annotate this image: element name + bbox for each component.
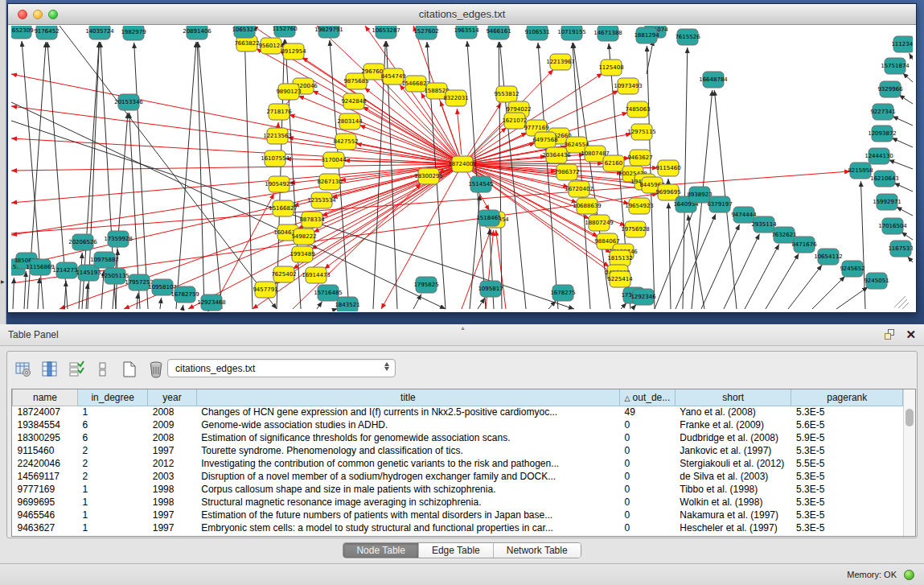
select-rows-button[interactable] xyxy=(67,360,86,379)
graph-node[interactable]: 9457791 xyxy=(253,282,277,298)
graph-node[interactable]: 11156869 xyxy=(26,259,55,275)
graph-node[interactable]: 9106531 xyxy=(524,26,549,40)
graph-node[interactable]: 9466161 xyxy=(486,26,511,39)
table-row[interactable]: 911546021997Tourette syndrome. Phenomeno… xyxy=(13,444,903,457)
graph-node[interactable]: 16720407 xyxy=(565,181,593,197)
graph-node[interactable]: 12093872 xyxy=(868,126,897,142)
graph-node[interactable]: 10653287 xyxy=(372,26,400,39)
graph-node[interactable]: 12213967 xyxy=(546,54,575,70)
graph-node[interactable]: 1125408 xyxy=(598,60,623,76)
graph-node[interactable]: 9560124 xyxy=(258,38,284,54)
graph-node[interactable]: 9242848 xyxy=(341,93,366,109)
graph-node[interactable]: 20153346 xyxy=(114,94,143,110)
graph-node[interactable]: 12444130 xyxy=(864,148,893,164)
table-selector-dropdown[interactable]: citations_edges.txt xyxy=(167,359,396,377)
graph-node[interactable]: 6497568 xyxy=(532,132,557,148)
network-view-canvas[interactable]: 1872400718300295224200469890123271817612… xyxy=(11,26,913,311)
graph-node[interactable]: 15166827 xyxy=(269,200,298,216)
column-header-title[interactable]: title xyxy=(196,389,619,406)
table-row[interactable]: 969969511998Structural magnetic resonanc… xyxy=(13,496,903,509)
graph-node[interactable]: 1112345 xyxy=(891,36,913,52)
column-header-year[interactable]: year xyxy=(148,389,197,406)
graph-node[interactable]: 15751874 xyxy=(881,58,910,74)
graph-node[interactable]: 2718176 xyxy=(266,104,292,120)
graph-node[interactable]: 9890123 xyxy=(276,84,301,100)
graph-node[interactable]: 1993489 xyxy=(290,246,314,262)
graph-node[interactable]: 14035724 xyxy=(85,26,114,39)
graph-node[interactable]: 20891406 xyxy=(183,26,211,39)
column-header-name[interactable]: name xyxy=(13,389,78,406)
graph-node[interactable]: 1292346 xyxy=(630,289,656,305)
table-scrollbar-thumb[interactable] xyxy=(906,409,914,426)
graph-node[interactable]: 12975115 xyxy=(627,124,656,140)
graph-node[interactable]: 7615526 xyxy=(675,29,700,45)
graph-node[interactable]: 7485063 xyxy=(625,101,650,117)
graph-node[interactable]: 16648784 xyxy=(699,72,728,88)
graph-node[interactable]: 1795825 xyxy=(413,277,438,293)
graph-node[interactable]: 1982979 xyxy=(121,26,146,40)
close-panel-icon[interactable]: ✕ xyxy=(906,329,916,340)
graph-node[interactable]: 19054923 xyxy=(265,176,294,192)
graph-node[interactable]: 5498222 xyxy=(291,229,316,245)
graph-node[interactable]: 8322031 xyxy=(443,90,468,106)
float-panel-icon[interactable] xyxy=(885,329,896,340)
graph-node[interactable]: 20206526 xyxy=(68,234,97,250)
graph-node[interactable]: 18300295 xyxy=(414,168,443,184)
graph-node[interactable]: 18724007 xyxy=(448,156,477,172)
graph-node[interactable]: 9474444 xyxy=(731,207,757,223)
graph-node[interactable]: 19756928 xyxy=(621,221,650,237)
graph-node[interactable]: 1518465 xyxy=(476,210,501,226)
column-header-short[interactable]: short xyxy=(675,389,791,406)
table-row[interactable]: 2242004622012Investigating the contribut… xyxy=(13,457,903,470)
column-header-out-de-[interactable]: △out_de... xyxy=(620,389,676,406)
graph-node[interactable]: 8215958 xyxy=(848,163,873,179)
panel-resize-grip[interactable]: ▲ xyxy=(460,325,466,331)
table-row[interactable]: 946554611997Estimation of the future num… xyxy=(13,509,903,521)
graph-node[interactable]: 9245652 xyxy=(840,261,864,277)
graph-node[interactable]: 8471676 xyxy=(791,237,817,253)
table-row[interactable]: 977716911998Corpus callosum shape and si… xyxy=(13,483,903,496)
graph-node[interactable]: 12923468 xyxy=(197,295,226,311)
graph-node[interactable]: 20364436 xyxy=(542,147,571,163)
graph-node[interactable]: 10719155 xyxy=(557,26,586,40)
graph-node[interactable]: 10975887 xyxy=(90,252,119,268)
graph-node[interactable]: 12353534 xyxy=(307,192,336,208)
graph-node[interactable]: 5225414 xyxy=(607,271,633,287)
table-settings-button[interactable] xyxy=(14,360,33,379)
graph-node[interactable]: 8878334 xyxy=(299,212,325,228)
graph-node[interactable]: 2803144 xyxy=(337,113,363,130)
control-panel-divider[interactable]: ▶ xyxy=(0,0,6,324)
graph-node[interactable]: 10973493 xyxy=(614,78,643,94)
graph-node[interactable]: 16782759 xyxy=(170,286,199,303)
graph-node[interactable]: 9329966 xyxy=(877,81,903,97)
graph-node[interactable]: 16107554 xyxy=(261,150,290,167)
graph-node[interactable]: 7986372 xyxy=(554,164,579,180)
graph-node[interactable]: 1881294 xyxy=(634,27,659,43)
tab-node-table[interactable]: Node Table xyxy=(343,543,419,558)
graph-node[interactable]: 17016504 xyxy=(878,218,907,234)
graph-node[interactable]: 6379197 xyxy=(707,196,732,212)
graph-node[interactable]: 1843521 xyxy=(335,297,359,311)
graph-node[interactable]: 1514545 xyxy=(468,176,493,192)
graph-node[interactable]: 17359928 xyxy=(104,231,133,247)
graph-node[interactable]: 8912954 xyxy=(281,43,306,60)
graph-node[interactable]: 1963514 xyxy=(454,26,479,39)
row-height-button[interactable] xyxy=(93,360,113,379)
graph-node[interactable]: 1652309 xyxy=(11,26,34,39)
graph-node[interactable]: 16914473 xyxy=(302,267,331,283)
graph-node[interactable]: 10654112 xyxy=(814,249,843,265)
graph-node[interactable]: 8938923 xyxy=(687,187,712,203)
graph-node[interactable]: 9245051 xyxy=(864,273,889,289)
graph-node[interactable]: 1167533 xyxy=(888,241,913,257)
table-row[interactable]: 946362711997Embryonic stem cells: a mode… xyxy=(13,521,903,534)
column-header-in-degree[interactable]: in_degree xyxy=(78,389,148,406)
graph-node[interactable]: 16210643 xyxy=(870,171,899,187)
divider-expand-arrow[interactable]: ▶ xyxy=(1,278,5,284)
table-row[interactable]: 1456911722003Disruption of a novel membe… xyxy=(13,470,903,483)
column-header-pagerank[interactable]: pagerank xyxy=(791,389,903,406)
graph-node[interactable]: 19654923 xyxy=(625,198,654,214)
graph-node[interactable]: 1678275 xyxy=(550,285,575,301)
graph-node[interactable]: 3170044 xyxy=(321,152,347,168)
graph-node[interactable]: 1527602 xyxy=(413,26,438,39)
graph-node[interactable]: 19829791 xyxy=(314,26,343,38)
